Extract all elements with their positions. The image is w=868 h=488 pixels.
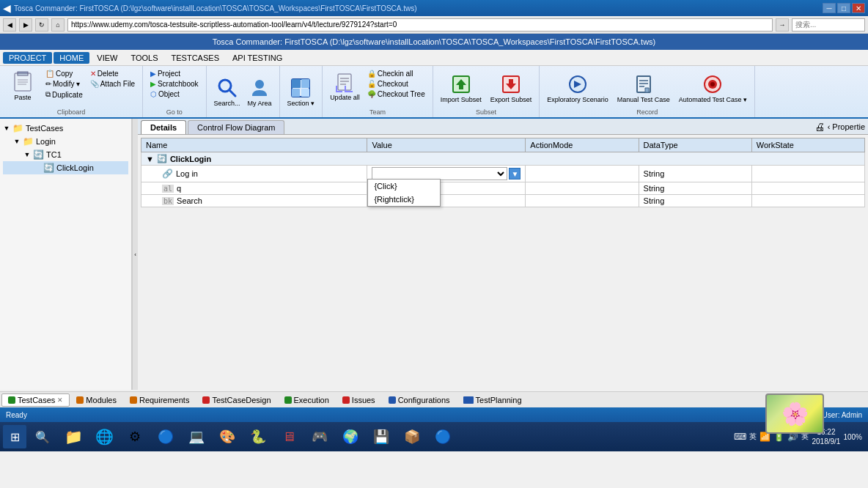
bottom-tab-testcasedesign[interactable]: TestCaseDesign xyxy=(196,393,277,407)
minimize-button[interactable]: ─ xyxy=(823,3,836,13)
automated-icon xyxy=(701,73,724,96)
taskbar-app3[interactable]: 🔵 xyxy=(428,425,457,448)
modify-button[interactable]: ✏ Modify ▾ xyxy=(43,79,86,89)
checkout-tree-button[interactable]: 🌳 Checkout Tree xyxy=(364,89,428,99)
copy-button[interactable]: 📋 Copy xyxy=(43,69,86,78)
import-subset-button[interactable]: Import Subset xyxy=(438,71,485,106)
workstate-cell xyxy=(751,166,864,182)
delete-button[interactable]: ✕ Delete xyxy=(87,69,138,78)
back-icon[interactable]: ◀ xyxy=(3,2,11,14)
paste-button[interactable]: Paste xyxy=(4,69,41,103)
bottom-tab-testcases[interactable]: TestCases ✕ xyxy=(1,393,70,407)
ribbon: Paste 📋 Copy ✏ Modify ▾ ⧉ Duplicate ✕ xyxy=(0,66,868,119)
menu-home[interactable]: HOME xyxy=(54,52,89,64)
expand-arrow xyxy=(34,164,41,171)
checkin-all-button[interactable]: 🔒 Checkin all xyxy=(364,69,428,78)
ribbon-clipboard-group: Paste 📋 Copy ✏ Modify ▾ ⧉ Duplicate ✕ xyxy=(0,66,143,117)
myarea-button[interactable]: My Area xyxy=(245,75,275,109)
search-bar-input[interactable] xyxy=(792,18,865,32)
goto-project-button[interactable]: ▶ Project xyxy=(147,69,202,78)
checkout-button[interactable]: 🔓 Checkout xyxy=(364,79,428,89)
bottom-tab-configurations[interactable]: Configurations xyxy=(382,393,457,407)
taskbar-paint[interactable]: 🎨 xyxy=(213,425,242,448)
bottom-tab-modules[interactable]: Modules xyxy=(70,393,123,407)
tab-dot xyxy=(389,396,396,404)
tree-item-tc1[interactable]: ▼ 🔄 TC1 xyxy=(3,148,128,161)
scratchbook-label: Scratchbook xyxy=(158,80,199,88)
tree-item-clicklogin[interactable]: 🔄 ClickLogin xyxy=(3,161,128,174)
tab-label: TestPlanning xyxy=(476,396,522,404)
attach-file-button[interactable]: 📎 Attach File xyxy=(87,79,138,89)
tab-dot xyxy=(130,396,137,404)
menu-tools[interactable]: TOOLS xyxy=(125,52,163,64)
tab-dot xyxy=(202,396,210,404)
start-button[interactable]: ⊞ xyxy=(3,425,26,448)
tab-control-flow[interactable]: Control Flow Diagram xyxy=(188,120,284,134)
bottom-tab-execution[interactable]: Execution xyxy=(278,393,336,407)
myarea-label: My Area xyxy=(248,100,272,108)
taskbar-game[interactable]: 🎮 xyxy=(305,425,334,448)
address-input[interactable] xyxy=(67,18,773,32)
login-dropdown-btn[interactable]: ▼ xyxy=(509,168,521,180)
menu-api-testing[interactable]: API TESTING xyxy=(227,52,288,64)
maximize-button[interactable]: □ xyxy=(837,3,850,13)
update-all-button[interactable]: Update all xyxy=(327,69,363,103)
nav-go-button[interactable]: → xyxy=(776,18,789,32)
actionmode-cell xyxy=(526,182,639,195)
taskbar-settings[interactable]: ⚙ xyxy=(120,425,150,448)
back-button[interactable]: ◀ xyxy=(3,18,16,32)
tab-dot xyxy=(342,396,350,404)
status-right2: User: Admin xyxy=(823,411,862,419)
tab-details[interactable]: Details xyxy=(141,120,186,134)
option-rightclick[interactable]: {Rightclick} xyxy=(368,193,440,206)
taskbar-python[interactable]: 🐍 xyxy=(243,425,273,448)
section-button[interactable]: Section ▾ xyxy=(284,75,318,109)
taskbar-app2[interactable]: 💻 xyxy=(182,425,211,448)
clipboard-group-label: Clipboard xyxy=(57,108,86,116)
menu-view[interactable]: VIEW xyxy=(91,52,123,64)
taskbar-save[interactable]: 💾 xyxy=(367,425,396,448)
datatype-cell: String xyxy=(639,195,751,207)
tree-item-login[interactable]: ▼ 📁 Login xyxy=(3,135,128,148)
col-value: Value xyxy=(367,138,526,152)
bottom-tab-requirements[interactable]: Requirements xyxy=(123,393,196,407)
exploratory-button[interactable]: Exploratory Scenario xyxy=(544,71,611,106)
goto-scratchbook-button[interactable]: ▶ Scratchbook xyxy=(147,79,202,89)
menu-testcases[interactable]: TESTCASES xyxy=(166,52,225,64)
home-button[interactable]: ⌂ xyxy=(51,18,65,32)
taskbar-edge[interactable]: 🌐 xyxy=(89,425,119,448)
taskbar-explorer[interactable]: 📁 xyxy=(59,425,88,448)
automated-testcase-button[interactable]: Automated Test Case ▾ xyxy=(676,71,750,106)
taskbar-search[interactable]: 🔍 xyxy=(28,425,57,448)
collapse-group-icon[interactable]: ▼ xyxy=(146,155,154,163)
bottom-tab-testplanning[interactable]: TestPlanning xyxy=(457,393,529,407)
duplicate-icon: ⧉ xyxy=(45,90,51,99)
refresh-button[interactable]: ↻ xyxy=(35,18,48,32)
properties-icon[interactable]: ‹ Propertie xyxy=(828,122,865,131)
taskbar-ie[interactable]: 🌍 xyxy=(336,425,365,448)
duplicate-button[interactable]: ⧉ Duplicate xyxy=(43,89,86,100)
import-icon xyxy=(449,73,473,96)
taskbar-terminal[interactable]: 🖥 xyxy=(274,425,304,448)
manual-testcase-button[interactable]: Manual Test Case xyxy=(614,71,673,106)
collapse-handle[interactable]: ‹ xyxy=(132,119,138,390)
search-button[interactable]: Search... xyxy=(211,75,243,109)
tree-item-testcases[interactable]: ▼ 📁 TestCases xyxy=(3,122,128,135)
print-icon[interactable]: 🖨 xyxy=(814,121,825,133)
menu-project[interactable]: PROJECT xyxy=(3,52,52,64)
row-name: q xyxy=(177,184,181,193)
paste-label: Paste xyxy=(14,94,31,102)
taskbar-package[interactable]: 📦 xyxy=(397,425,427,448)
tab-close-btn[interactable]: ✕ xyxy=(57,396,63,404)
forward-button[interactable]: ▶ xyxy=(19,18,32,32)
close-button[interactable]: ✕ xyxy=(852,3,865,13)
tab-dot xyxy=(8,396,15,404)
workstate-cell xyxy=(751,182,864,195)
bottom-tab-issues[interactable]: Issues xyxy=(336,393,382,407)
python-icon: 🐍 xyxy=(250,429,266,445)
goto-object-button[interactable]: ⬡ Object xyxy=(147,89,202,99)
export-subset-button[interactable]: Export Subset xyxy=(488,71,535,106)
option-click[interactable]: {Click} xyxy=(368,180,440,193)
taskbar-app1[interactable]: 🔵 xyxy=(151,425,180,448)
checkin-label: Checkin all xyxy=(378,70,413,78)
